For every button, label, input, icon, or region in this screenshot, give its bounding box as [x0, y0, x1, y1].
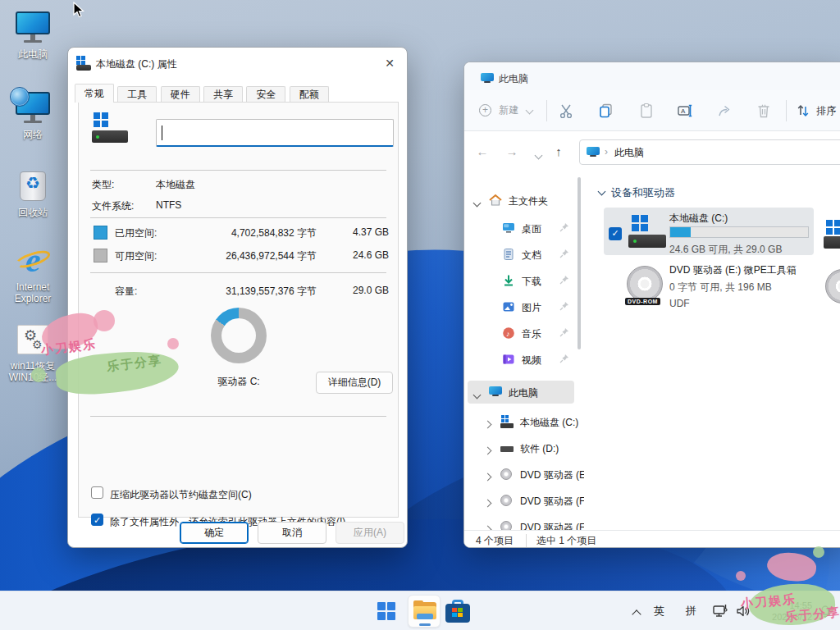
- pin-icon: [559, 354, 569, 363]
- desktop-icon-internet-explorer[interactable]: e Internet Explorer: [2, 243, 64, 304]
- desktop-icon-this-pc[interactable]: 此电脑: [2, 10, 64, 60]
- tab-quota[interactable]: 配额: [290, 86, 329, 103]
- disc-icon-partial[interactable]: [825, 269, 840, 304]
- share-button[interactable]: [717, 103, 733, 124]
- sort-button-label: 排序: [816, 105, 836, 116]
- internet-explorer-icon: e: [13, 243, 52, 279]
- field-value: NTFS: [156, 199, 181, 211]
- sidebar-item-desktop[interactable]: 桌面: [468, 217, 574, 240]
- paste-button[interactable]: [638, 103, 655, 124]
- start-button[interactable]: [373, 598, 399, 624]
- tab-general[interactable]: 常规: [75, 84, 114, 103]
- history-chevron-icon[interactable]: [528, 144, 548, 164]
- ime-language-button[interactable]: 英: [654, 604, 664, 619]
- tab-hardware[interactable]: 硬件: [161, 86, 200, 103]
- rename-icon: A: [677, 103, 693, 119]
- free-space-size: 24.6 GB: [331, 249, 389, 261]
- volume-icon[interactable]: [735, 603, 751, 619]
- breadcrumb-root[interactable]: 此电脑: [614, 146, 644, 160]
- sidebar-item-drive-d[interactable]: 软件 (D:): [468, 436, 574, 459]
- pin-icon: [559, 222, 569, 232]
- explorer-tab[interactable]: 此电脑: [471, 66, 635, 90]
- up-icon[interactable]: ↑: [549, 142, 568, 162]
- rename-button[interactable]: A: [677, 103, 693, 124]
- delete-button[interactable]: [756, 103, 772, 124]
- capacity-bytes: 31,139,557,376 字节: [194, 285, 317, 299]
- sort-button[interactable]: 排序: [796, 103, 836, 125]
- drive-chart-label: 驱动器 C:: [184, 375, 294, 389]
- sidebar-item-dvd-f[interactable]: DVD 驱动器 (F: [468, 489, 574, 512]
- explorer-toolbar: + 新建: [464, 90, 840, 131]
- microsoft-store-icon: [445, 600, 470, 623]
- sidebar-item-downloads[interactable]: 下载: [468, 269, 574, 292]
- disc-icon: [500, 468, 514, 481]
- index-contents-checkbox[interactable]: ✓: [91, 514, 103, 526]
- sort-icon: [796, 103, 810, 118]
- ok-button[interactable]: 确定: [180, 522, 249, 544]
- copy-button[interactable]: [598, 103, 614, 124]
- selected-checkbox[interactable]: ✓: [609, 227, 622, 240]
- sidebar-item-label: 音乐: [522, 327, 541, 341]
- sidebar-item-dvd-e[interactable]: DVD 驱动器 (E: [468, 463, 574, 486]
- microsoft-store-button[interactable]: [445, 600, 472, 626]
- sidebar-item-drive-c[interactable]: 本地磁盘 (C:): [468, 410, 574, 433]
- used-space-swatch: [94, 226, 107, 240]
- drive-name: 本地磁盘 (C:): [669, 212, 728, 226]
- close-icon[interactable]: ✕: [381, 54, 399, 72]
- video-icon: [502, 353, 515, 366]
- network-icon[interactable]: [712, 603, 728, 619]
- sidebar-item-home[interactable]: 主文件夹: [468, 189, 574, 212]
- desktop-icon-win11-restore[interactable]: ⚙ ⚙ win11恢复 WIN10经...: [2, 322, 64, 383]
- devices-section-header[interactable]: 设备和驱动器: [599, 185, 675, 200]
- sidebar-item-label: 桌面: [522, 222, 541, 236]
- desktop-icon-recycle-bin[interactable]: ♻ 回收站: [2, 168, 64, 218]
- sidebar-item-pictures[interactable]: 图片: [468, 295, 574, 318]
- field-label: 文件系统:: [92, 199, 134, 213]
- new-button[interactable]: + 新建: [479, 103, 532, 125]
- back-icon[interactable]: ←: [472, 142, 492, 162]
- tab-sharing[interactable]: 共享: [203, 86, 243, 103]
- mouse-cursor: [72, 2, 87, 18]
- disk-usage-pie-chart: [211, 308, 267, 363]
- sidebar-item-videos[interactable]: 视频: [468, 348, 574, 371]
- drive-c-item[interactable]: ✓ 本地磁盘 (C:) 24.6 GB 可用, 共 29.0 GB: [604, 208, 814, 255]
- dvd-e-item[interactable]: DVD-ROM DVD 驱动器 (E:) 微PE工具箱 0 字节 可用, 共 1…: [604, 259, 814, 313]
- cut-button[interactable]: [558, 103, 574, 124]
- sidebar-item-label: 软件 (D:): [520, 442, 559, 456]
- sidebar-item-this-pc[interactable]: 此电脑: [468, 381, 574, 404]
- drive-icon: [500, 441, 514, 454]
- divider: [90, 416, 386, 417]
- details-button[interactable]: 详细信息(D): [316, 372, 393, 394]
- divider: [90, 217, 386, 218]
- forward-icon[interactable]: →: [502, 142, 522, 162]
- taskbar-clock[interactable]: 14:55 2022/8/12: [759, 600, 812, 623]
- music-icon: ♪: [502, 326, 515, 340]
- tray-chevron-up-icon[interactable]: [632, 609, 641, 619]
- volume-label-input[interactable]: [156, 119, 394, 147]
- free-space-swatch: [94, 249, 107, 262]
- sidebar-item-music[interactable]: ♪ 音乐: [468, 322, 574, 345]
- toolbar-divider: [786, 100, 787, 121]
- this-pc-icon: [587, 147, 600, 158]
- sidebar-scrollbar[interactable]: [578, 177, 581, 349]
- desktop-icon-network[interactable]: 网络: [2, 90, 64, 140]
- explorer-titlebar[interactable]: 此电脑: [464, 62, 840, 90]
- ime-pinyin-button[interactable]: 拼: [686, 604, 696, 619]
- tab-tools[interactable]: 工具: [117, 86, 157, 103]
- compress-drive-checkbox[interactable]: [91, 486, 103, 499]
- used-space-label: 已用空间:: [115, 226, 157, 240]
- address-bar[interactable]: › 此电脑: [579, 139, 840, 165]
- drive-icon-partial[interactable]: [824, 221, 840, 251]
- sidebar-item-label: 下载: [522, 275, 541, 289]
- cancel-button[interactable]: 取消: [258, 522, 326, 544]
- sidebar-item-dvd-partial[interactable]: DVD 驱动器 (F:): [468, 515, 574, 530]
- dialog-titlebar[interactable]: 本地磁盘 (C:) 属性 ✕: [68, 48, 407, 79]
- file-explorer-taskbar-button[interactable]: [408, 595, 441, 628]
- dvd-rom-label: DVD-ROM: [625, 298, 660, 305]
- sidebar-item-label: 本地磁盘 (C:): [520, 416, 578, 430]
- apply-button[interactable]: 应用(A): [336, 522, 404, 544]
- sidebar-item-documents[interactable]: 文档: [468, 243, 574, 266]
- this-pc-icon: [481, 73, 494, 84]
- notification-bell-icon[interactable]: z: [817, 603, 833, 619]
- tab-security[interactable]: 安全: [246, 86, 285, 103]
